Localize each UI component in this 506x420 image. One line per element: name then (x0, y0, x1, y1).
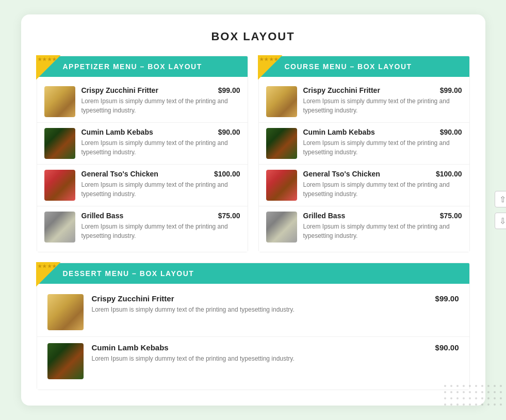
item-name: Cumin Lamb Kebabs (81, 128, 153, 136)
decorative-dot (444, 397, 446, 399)
list-item: Crispy Zucchini Fritter $99.00 Lorem Ips… (259, 81, 469, 122)
appetizer-title: APPETIZER MENU – BOX LAYOUT (63, 62, 202, 71)
course-stars: ★★★★ (259, 57, 279, 62)
item-price: $99.00 (218, 86, 240, 94)
decorative-dot (444, 385, 446, 387)
item-content: Crispy Zucchini Fritter $99.00 Lorem Ips… (81, 86, 240, 115)
course-menu-header: ★★★★ COURSE MENU – BOX LAYOUT (259, 56, 469, 77)
decorative-dot (481, 391, 483, 393)
item-image (44, 86, 75, 117)
decorative-dot (450, 385, 452, 387)
item-name: Crispy Zucchini Fritter (303, 86, 380, 94)
decorative-dot (469, 385, 471, 387)
decorative-dot (481, 385, 483, 387)
decorative-dot (444, 403, 446, 406)
appetizer-menu-section: ★★★★ APPETIZER MENU – BOX LAYOUT Crispy … (37, 56, 248, 252)
list-item: Cumin Lamb Kebabs $90.00 Lorem Ipsum is … (37, 336, 469, 385)
item-content: Crispy Zucchini Fritter $99.00 Lorem Ips… (303, 86, 462, 115)
scroll-down-icon: ⇩ (499, 216, 506, 226)
item-name: Grilled Bass (303, 212, 346, 220)
menus-grid: ★★★★ APPETIZER MENU – BOX LAYOUT Crispy … (37, 56, 470, 252)
decorative-dot (475, 403, 477, 406)
item-desc: Lorem Ipsum is simply dummy text of the … (81, 180, 240, 199)
scroll-up-button[interactable]: ⇧ (495, 191, 507, 207)
decorative-dot (487, 397, 489, 399)
decorative-dot (450, 403, 452, 406)
decorative-dots (444, 385, 496, 416)
item-desc: Lorem Ipsum is simply dummy text of the … (303, 138, 462, 157)
dessert-stars: ★★★★ (38, 264, 57, 269)
appetizer-menu-header: ★★★★ APPETIZER MENU – BOX LAYOUT (37, 56, 248, 77)
list-item: Cumin Lamb Kebabs $90.00 Lorem Ipsum is … (37, 122, 248, 164)
decorative-dot (469, 397, 471, 399)
dessert-item-image (47, 294, 84, 330)
decorative-dot (475, 385, 477, 387)
page-title: BOX LAYOUT (37, 30, 470, 43)
decorative-dot (469, 403, 471, 406)
decorative-dot (463, 397, 465, 399)
decorative-dot (475, 397, 477, 399)
dessert-item-content: Cumin Lamb Kebabs $90.00 Lorem Ipsum is … (92, 343, 459, 363)
item-name: General Tso's Chicken (81, 170, 158, 178)
item-content: Grilled Bass $75.00 Lorem Ipsum is simpl… (303, 212, 462, 240)
decorative-dot (494, 397, 496, 399)
item-content: Cumin Lamb Kebabs $90.00 Lorem Ipsum is … (303, 128, 462, 157)
item-name: General Tso's Chicken (303, 170, 380, 178)
item-header: Cumin Lamb Kebabs $90.00 (81, 128, 240, 136)
decorative-dot (456, 385, 459, 387)
decorative-dot (487, 385, 489, 387)
dessert-item-header: Cumin Lamb Kebabs $90.00 (92, 343, 459, 352)
item-content: General Tso's Chicken $100.00 Lorem Ipsu… (81, 170, 240, 199)
dessert-menu-section: ★★★★ DESSERT MENU – BOX LAYOUT Crispy Zu… (37, 263, 470, 390)
decorative-dot (456, 397, 459, 399)
item-price: $75.00 (218, 212, 240, 220)
item-price: $100.00 (214, 170, 240, 178)
list-item: Crispy Zucchini Fritter $99.00 Lorem Ips… (37, 288, 469, 336)
dessert-item-name: Crispy Zucchini Fritter (92, 294, 174, 303)
item-name: Crispy Zucchini Fritter (81, 86, 158, 94)
dessert-title: DESSERT MENU – BOX LAYOUT (63, 269, 194, 278)
item-image (266, 128, 297, 159)
item-content: Grilled Bass $75.00 Lorem Ipsum is simpl… (81, 212, 240, 240)
item-price: $90.00 (218, 128, 240, 136)
dessert-item-content: Crispy Zucchini Fritter $99.00 Lorem Ips… (92, 294, 459, 314)
appetizer-stars: ★★★★ (38, 57, 57, 62)
decorative-dot (494, 403, 496, 406)
list-item: Crispy Zucchini Fritter $99.00 Lorem Ips… (37, 81, 248, 122)
item-desc: Lorem Ipsum is simply dummy text of the … (303, 96, 462, 115)
dessert-item-price: $99.00 (435, 294, 459, 303)
course-title: COURSE MENU – BOX LAYOUT (285, 62, 412, 71)
decorative-dot (500, 403, 502, 406)
decorative-dot (463, 403, 465, 406)
decorative-dot (494, 385, 496, 387)
item-header: Crispy Zucchini Fritter $99.00 (81, 86, 240, 94)
dessert-item-price: $90.00 (435, 343, 459, 352)
item-content: General Tso's Chicken $100.00 Lorem Ipsu… (303, 170, 462, 199)
dessert-item-desc: Lorem Ipsum is simply dummy text of the … (92, 305, 459, 314)
item-desc: Lorem Ipsum is simply dummy text of the … (81, 138, 240, 157)
item-header: General Tso's Chicken $100.00 (303, 170, 462, 178)
item-content: Cumin Lamb Kebabs $90.00 Lorem Ipsum is … (81, 128, 240, 157)
scroll-controls: ⇧ ⇩ (495, 191, 507, 229)
item-price: $90.00 (440, 128, 462, 136)
decorative-dot (463, 391, 465, 393)
item-price: $99.00 (440, 86, 462, 94)
dessert-item-desc: Lorem Ipsum is simply dummy text of the … (92, 354, 459, 363)
course-menu-section: ★★★★ COURSE MENU – BOX LAYOUT Crispy Zuc… (258, 56, 470, 252)
decorative-dot (500, 397, 502, 399)
item-image (266, 170, 297, 201)
decorative-dot (475, 391, 477, 393)
decorative-dot (450, 391, 452, 393)
item-header: Grilled Bass $75.00 (303, 212, 462, 220)
decorative-dot (469, 391, 471, 393)
decorative-dot (487, 403, 489, 406)
item-desc: Lorem Ipsum is simply dummy text of the … (81, 96, 240, 115)
list-item: Grilled Bass $75.00 Lorem Ipsum is simpl… (37, 206, 248, 248)
list-item: Grilled Bass $75.00 Lorem Ipsum is simpl… (259, 206, 469, 248)
decorative-dot (481, 397, 483, 399)
course-items-list: Crispy Zucchini Fritter $99.00 Lorem Ips… (259, 77, 469, 252)
scroll-up-icon: ⇧ (499, 195, 506, 204)
scroll-down-button[interactable]: ⇩ (495, 213, 507, 229)
item-image (266, 212, 297, 243)
item-header: Grilled Bass $75.00 (81, 212, 240, 220)
